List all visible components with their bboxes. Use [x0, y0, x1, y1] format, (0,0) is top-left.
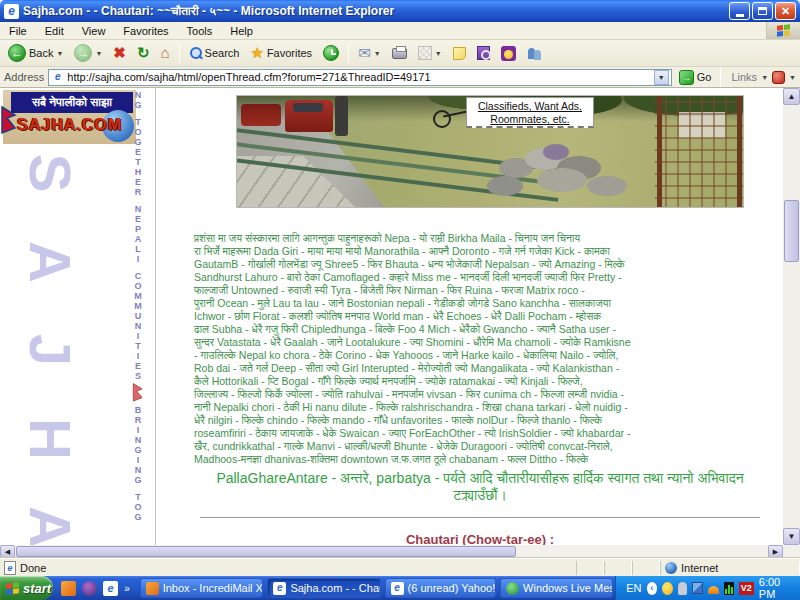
member-names-line[interactable]: roseamfiriri - ठेकाय जायजाके - धेके Swai… [194, 427, 766, 440]
sajha-logo[interactable]: सबै नेपालीको साझा SAJHA.COM [3, 90, 136, 144]
extension-dropdown-icon[interactable]: ▼ [789, 74, 796, 81]
incredimail-quicklaunch-icon[interactable] [61, 581, 76, 596]
status-pane [604, 561, 632, 575]
classifieds-link-line2[interactable]: Roommates, etc. [467, 113, 593, 126]
restore-button[interactable] [752, 2, 773, 20]
member-names-line[interactable]: Sandhurst Lahuro - बारो ठेका Camoflaged … [194, 271, 766, 284]
mail-button[interactable]: ✉ ▼ [354, 43, 385, 63]
classifieds-link-box[interactable]: Classifieds, Want Ads, Roommates, etc. [466, 97, 594, 128]
scroll-up-button[interactable]: ▲ [783, 88, 800, 105]
address-url[interactable]: http://sajha.com/sajha/html/openThread.c… [67, 71, 653, 83]
tray-collapse-chevron[interactable]: ‹ [647, 582, 658, 595]
member-names-line[interactable]: रा भिर्जे माहरूमा Dada Giri - माया माया … [194, 245, 766, 258]
notes-button[interactable] [449, 45, 470, 62]
search-button[interactable]: Search [185, 45, 244, 62]
v2-tray-icon[interactable]: V2 [739, 582, 754, 595]
tagline-letter: E [135, 177, 141, 187]
browser-window: e Sajha.com - - Chautari: ~~चौतारी - ५~~… [0, 0, 800, 600]
vertical-scrollbar[interactable]: ▲ ▼ [783, 88, 800, 545]
print-button[interactable] [388, 46, 411, 61]
member-names-line[interactable]: खैर, cundrikkathal - गाल्के Manvi - धाल्… [194, 440, 766, 453]
status-text: Done [20, 562, 46, 574]
minimize-button[interactable] [729, 2, 750, 20]
browser-extension-icon[interactable] [772, 71, 785, 84]
menu-view[interactable]: View [73, 25, 115, 37]
scroll-down-button[interactable]: ▼ [783, 528, 800, 545]
menu-edit[interactable]: Edit [36, 25, 73, 37]
edit-dropdown-icon[interactable]: ▼ [435, 50, 442, 57]
network-tray-icon[interactable] [692, 582, 704, 594]
member-names-line[interactable]: Rob dai - जते गर्ल Deep - सीता ज्यो Girl… [194, 362, 766, 375]
menu-favorites[interactable]: Favorites [114, 25, 177, 37]
forward-button[interactable]: → ▼ [70, 42, 106, 64]
member-names-line[interactable]: Ichwor - र्छाण Florat - कलशी ज्योतिष मनप… [194, 310, 766, 323]
go-button[interactable]: → Go [676, 70, 715, 85]
tagline-letter: L [135, 244, 141, 254]
back-button[interactable]: ← Back ▼ [4, 42, 67, 64]
quicklaunch-overflow-chevron[interactable]: » [124, 583, 130, 594]
tagline-letter: C [135, 271, 142, 281]
title-bar[interactable]: e Sajha.com - - Chautari: ~~चौतारी - ५~~… [0, 0, 800, 22]
welcome-line: PallaGhareAntare - अन्तरे, parbatya - पर… [194, 470, 766, 487]
menu-tools[interactable]: Tools [178, 25, 222, 37]
links-dropdown-icon[interactable]: ▼ [761, 74, 768, 81]
security-zone-pane: Internet [660, 561, 800, 575]
taskbar-button-yahoo[interactable]: e (6 unread) Yahoo! ... [385, 578, 496, 598]
stop-button[interactable]: ✖ [109, 43, 130, 63]
refresh-button[interactable]: ↻ [133, 43, 154, 63]
member-names-line[interactable]: प्रशंसा मा जय संस्कारमा लागि आगन्तुक पाह… [194, 232, 766, 245]
member-names-line[interactable]: सुन्दर Vatastata - धेरै Gaalah - जाने Lo… [194, 336, 766, 349]
member-names-line[interactable]: नानी Nepalki chori - ठेकी Hi nanu dilute… [194, 401, 766, 414]
member-names-line[interactable]: ढाल Subha - धेरै गजु फिरी Chipledhunga -… [194, 323, 766, 336]
scroll-left-button[interactable]: ◀ [0, 545, 15, 558]
taskbar-button-incredimail[interactable]: Inbox - IncrediMail Xe [140, 578, 264, 598]
edit-button[interactable]: ▼ [414, 44, 446, 62]
mail-dropdown-icon[interactable]: ▼ [374, 50, 381, 57]
forward-dropdown-icon[interactable]: ▼ [95, 50, 102, 57]
safety-tray-icon[interactable] [708, 586, 719, 594]
volume-meter-tray-icon[interactable] [724, 582, 734, 595]
start-windows-icon [6, 582, 19, 594]
history-button[interactable] [319, 43, 343, 63]
language-indicator[interactable]: EN [626, 582, 641, 594]
vertical-scroll-thumb[interactable] [784, 200, 799, 262]
member-names-line[interactable]: फाल्जाजी Untowned - रुवाजी स्यी Tyra - ब… [194, 284, 766, 297]
back-dropdown-icon[interactable]: ▼ [56, 50, 63, 57]
member-names-line[interactable]: - गाउलिल्के Nepal ko chora - ठेके Corino… [194, 349, 766, 362]
close-button[interactable]: ✕ [775, 2, 796, 20]
horizontal-scroll-thumb[interactable] [16, 546, 516, 557]
back-icon: ← [8, 44, 26, 62]
tray-clock[interactable]: 6:00 PM [759, 576, 792, 600]
member-names-line[interactable]: पुरानी Ocean - मुले Lau ta lau - जाने Bo… [194, 297, 766, 310]
home-button[interactable]: ⌂ [157, 43, 174, 63]
messenger-tray-icon[interactable] [678, 582, 687, 595]
messenger-quicklaunch-icon[interactable] [82, 581, 97, 596]
member-names-paragraph[interactable]: प्रशंसा मा जय संस्कारमा लागि आगन्तुक पाह… [194, 232, 766, 466]
msn-messenger-button[interactable] [523, 44, 546, 63]
member-names-line[interactable]: GautamB - गोर्खाली गोलभेंडा ज्यू Shree5 … [194, 258, 766, 271]
research-button[interactable] [473, 44, 494, 62]
address-dropdown-button[interactable]: ▼ [654, 70, 669, 85]
menu-file[interactable]: File [0, 25, 36, 37]
member-names-line[interactable]: जिल्लाज्य - फिल्जो फिर्के ज्योल्ला - ज्य… [194, 388, 766, 401]
taskbar-button-sajha[interactable]: e Sajha.com - - Chau... [267, 578, 380, 598]
scroll-right-button[interactable]: ▶ [768, 545, 783, 558]
taskbar-button-wlm[interactable]: Windows Live Mess... [500, 578, 613, 598]
links-label[interactable]: Links [731, 71, 757, 83]
favorites-button[interactable]: ★ Favorites [246, 42, 316, 64]
tagline-letter: N [135, 465, 142, 475]
yahoo-messenger-button[interactable] [497, 44, 520, 63]
toolbar-separator [348, 43, 349, 63]
photo-tarp [543, 144, 569, 160]
horizontal-scrollbar[interactable]: ◀ ▶ [0, 545, 783, 558]
member-names-line[interactable]: धेरै nilgiri - फिल्के chindo - फिल्के ma… [194, 414, 766, 427]
address-input[interactable]: e http://sajha.com/sajha/html/openThread… [48, 69, 671, 86]
start-button[interactable]: start [0, 576, 53, 600]
yahoo-tray-icon[interactable] [662, 582, 673, 595]
member-names-line[interactable]: Madhoos-मनज्ञा dhanivas-शक्तिमा downtown… [194, 453, 766, 466]
vertical-brand-letter: S [17, 154, 83, 193]
menu-help[interactable]: Help [221, 25, 262, 37]
ie-quicklaunch-icon[interactable]: e [103, 581, 118, 596]
classifieds-link-line1[interactable]: Classifieds, Want Ads, [467, 100, 593, 113]
member-names-line[interactable]: कैले Hottorikali - प्टि Bogal - गाँगे फि… [194, 375, 766, 388]
